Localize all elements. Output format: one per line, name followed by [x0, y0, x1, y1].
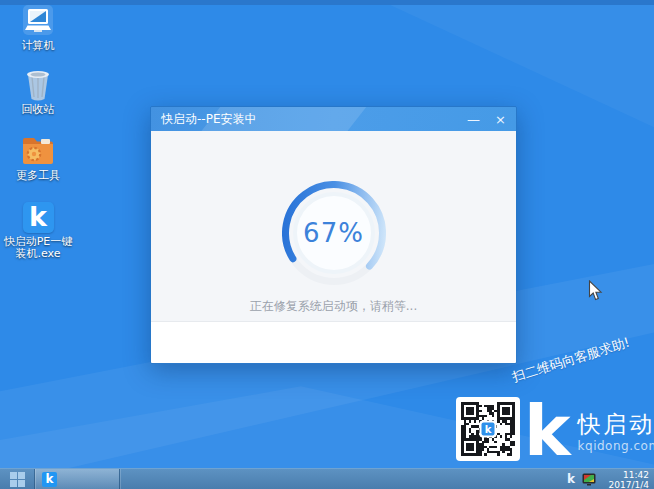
qr-center-badge: k — [480, 421, 497, 438]
desktop-icon-label: 更多工具 — [16, 170, 60, 182]
kqidong-app-icon: k — [20, 200, 56, 234]
qr-code: k — [456, 397, 520, 461]
qr-tagline: 扫二维码向客服求助! — [500, 331, 641, 390]
desktop-icon-label: 计算机 — [22, 40, 55, 52]
taskbar: k k 11:42 2017/1/4 — [0, 468, 654, 489]
computer-icon — [20, 4, 56, 38]
taskbar-task-kqidong[interactable]: k — [35, 469, 119, 489]
clock-time: 11:42 — [603, 470, 649, 480]
tray-kqidong-icon[interactable]: k — [567, 472, 575, 486]
desktop: 计算机 回收站 更多工具 — [0, 0, 654, 489]
windows-logo-icon — [10, 472, 25, 487]
display-settings-icon[interactable] — [582, 473, 596, 486]
kqidong-logo: k 快启动 kqidong.com — [524, 403, 654, 459]
desktop-icon-kqidong-installer[interactable]: k 快启动PE一键装机.exe — [2, 200, 74, 260]
mouse-cursor — [588, 280, 603, 306]
dialog-footer — [151, 321, 516, 364]
screen-top-strip — [0, 0, 654, 5]
progress-percent: 67% — [282, 181, 386, 285]
desktop-icon-computer[interactable]: 计算机 — [2, 4, 74, 52]
pe-install-dialog: 快启动--PE安装中 — × — [150, 106, 517, 364]
brand-name: 快启动 — [578, 412, 654, 436]
progress-ring: 67% — [282, 181, 386, 285]
dialog-titlebar[interactable]: 快启动--PE安装中 — × — [151, 107, 516, 131]
dialog-body: 67% 正在修复系统启动项，请稍等... — [151, 131, 516, 321]
desktop-icon-more-tools[interactable]: 更多工具 — [2, 134, 74, 182]
start-button[interactable] — [0, 469, 34, 489]
desktop-icon-recycle-bin[interactable]: 回收站 — [2, 68, 74, 116]
taskbar-clock[interactable]: 11:42 2017/1/4 — [603, 469, 649, 489]
system-tray: k 11:42 2017/1/4 — [567, 469, 654, 489]
desktop-icon-label: 快启动PE一键装机.exe — [2, 236, 74, 260]
dialog-title: 快启动--PE安装中 — [161, 111, 256, 128]
clock-date: 2017/1/4 — [603, 480, 649, 489]
brand-k-glyph: k — [524, 403, 571, 459]
kqidong-task-icon: k — [42, 472, 57, 487]
recycle-bin-icon — [20, 68, 56, 102]
close-icon[interactable]: × — [495, 113, 506, 126]
desktop-icon-label: 回收站 — [22, 104, 55, 116]
status-text: 正在修复系统启动项，请稍等... — [151, 298, 516, 315]
brand-domain: kqidong.com — [578, 439, 654, 453]
tools-folder-icon — [20, 134, 56, 168]
minimize-icon[interactable]: — — [467, 113, 480, 126]
